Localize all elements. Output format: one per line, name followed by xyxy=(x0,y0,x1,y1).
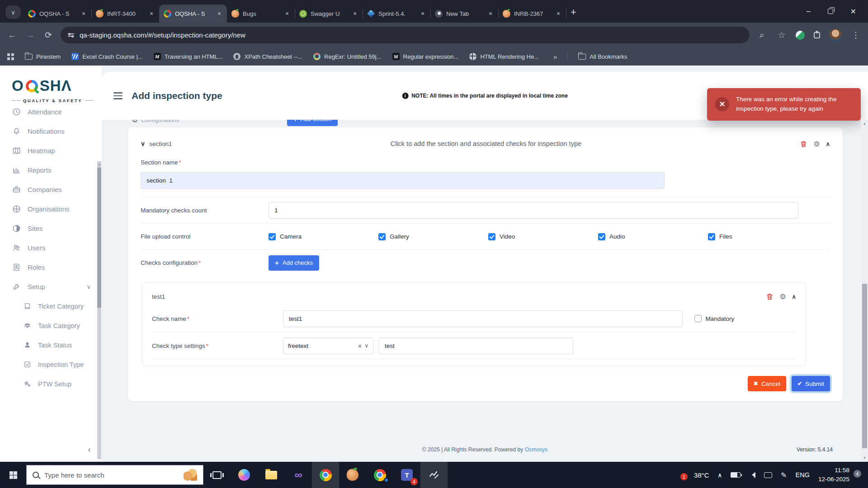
bookmark-item[interactable]: Excel Crash Course |... xyxy=(71,53,142,60)
mandatory-count-input[interactable] xyxy=(269,202,798,219)
teams-button[interactable]: 4 xyxy=(393,462,420,488)
sidebar-item-companies[interactable]: Companies xyxy=(0,180,102,199)
sidebar-collapse-icon[interactable]: ‹ xyxy=(88,444,91,455)
scroll-up-icon[interactable]: ▲ xyxy=(861,122,868,126)
chevron-up-icon[interactable]: ∧ xyxy=(826,141,830,147)
unchecked-checkbox-icon[interactable] xyxy=(694,315,702,322)
sidebar-item-asset-type[interactable]: Asset Type xyxy=(0,394,102,398)
pinestem-app-button[interactable] xyxy=(339,462,366,488)
submit-button[interactable]: ✔ Submit xyxy=(792,376,830,391)
browser-tab[interactable]: INRT-3400 × xyxy=(91,5,159,23)
sidebar-item-organisations[interactable]: Organisations xyxy=(0,199,102,219)
check-name-input[interactable] xyxy=(283,310,683,327)
browser-tab[interactable]: OQSHA - S × xyxy=(24,5,91,23)
scrollbar-thumb[interactable] xyxy=(862,284,867,448)
clock[interactable]: 11:58 12-06-2025 xyxy=(818,466,849,483)
cancel-button[interactable]: ✖ Cancel xyxy=(748,376,786,391)
hidden-icons-chevron[interactable]: ∧ xyxy=(718,472,722,479)
sidebar-item-ticket-category[interactable]: Ticket Category xyxy=(0,296,102,316)
scrollbar-thumb[interactable] xyxy=(97,168,101,308)
tab-close-icon[interactable]: × xyxy=(80,9,88,18)
bookmark-item[interactable]: XPath Cheatsheet --... xyxy=(233,53,302,60)
search-highlight-icon[interactable] xyxy=(184,469,197,481)
bookmark-item[interactable]: HTML Rendering He... xyxy=(469,53,539,60)
activity-app-button[interactable] xyxy=(420,462,448,488)
add-checks-button[interactable]: Add checks xyxy=(269,255,319,271)
bookmark-item[interactable]: Pinestem xyxy=(25,53,61,60)
restore-icon[interactable] xyxy=(828,9,833,14)
mandatory-checkbox[interactable]: Mandatory xyxy=(694,315,735,322)
check-type-value-input[interactable] xyxy=(379,338,573,354)
bookmark-star-icon[interactable]: ☆ xyxy=(776,30,788,40)
forward-icon[interactable]: → xyxy=(24,30,36,40)
reload-icon[interactable]: ⟳ xyxy=(42,30,54,40)
trash-icon[interactable] xyxy=(766,293,774,300)
tab-close-icon[interactable]: × xyxy=(147,9,156,18)
browser-tab[interactable]: INRB-2367 × xyxy=(498,5,566,23)
browser-tab-active[interactable]: OQSHA - S × xyxy=(159,5,227,23)
sidebar-item-task-category[interactable]: Task Category xyxy=(0,316,102,335)
minimize-icon[interactable]: – xyxy=(807,7,811,15)
check-type-select[interactable]: freetext × ∨ xyxy=(283,338,373,354)
tab-close-icon[interactable]: × xyxy=(283,9,291,18)
bookmark-item[interactable]: RegExr: Untitled 59j... xyxy=(313,53,381,60)
extension-badge-icon[interactable] xyxy=(796,31,805,40)
gear-icon[interactable]: ⚙ xyxy=(779,292,786,301)
start-button[interactable] xyxy=(0,462,26,488)
checkbox-video[interactable]: Video xyxy=(488,233,598,240)
volume-icon[interactable] xyxy=(749,472,755,478)
sidebar-scrollbar[interactable]: ▲ xyxy=(97,161,101,459)
visual-studio-button[interactable]: ∞ xyxy=(285,462,312,488)
sidebar-item-task-status[interactable]: Task Status xyxy=(0,335,102,355)
address-bar[interactable]: qa-staging.oqsha.com/#/setup/inspection-… xyxy=(61,27,750,43)
section-name-input[interactable] xyxy=(141,172,665,189)
checkbox-files[interactable]: Files xyxy=(708,233,818,240)
sidebar-item-setup[interactable]: Setup ∨ xyxy=(0,277,102,296)
checked-checkbox-icon[interactable] xyxy=(378,233,386,240)
browser-tab[interactable]: Sprint-5.4. × xyxy=(363,5,430,23)
file-explorer-button[interactable] xyxy=(258,462,285,488)
osmosys-link[interactable]: Osmosys xyxy=(525,446,547,453)
tab-close-icon[interactable]: × xyxy=(554,9,562,18)
add-section-button[interactable]: Add section xyxy=(287,120,338,126)
profile-avatar[interactable] xyxy=(829,29,842,42)
sidebar-item-sites[interactable]: Sites xyxy=(0,219,102,238)
close-icon[interactable]: ✕ xyxy=(850,7,856,16)
scroll-down-icon[interactable]: ▼ xyxy=(861,456,868,460)
checked-checkbox-icon[interactable] xyxy=(598,233,605,240)
checkbox-camera[interactable]: Camera xyxy=(269,233,378,240)
browser-tab[interactable]: Bugs × xyxy=(227,5,295,23)
tab-close-icon[interactable]: × xyxy=(486,9,495,18)
copilot-button[interactable] xyxy=(231,462,258,488)
all-bookmarks[interactable]: All Bookmarks xyxy=(578,53,627,60)
tab-close-icon[interactable]: × xyxy=(351,9,359,18)
bookmark-item[interactable]: Traversing an HTML... xyxy=(154,53,223,60)
task-view-button[interactable] xyxy=(203,462,231,488)
chevron-up-icon[interactable]: ∧ xyxy=(792,293,796,300)
site-settings-icon[interactable] xyxy=(68,33,74,37)
cast-icon[interactable] xyxy=(764,472,772,478)
chrome-profile-button[interactable] xyxy=(366,462,393,488)
chevron-down-icon[interactable]: ∨ xyxy=(141,140,145,147)
new-tab-button[interactable]: + xyxy=(571,6,576,18)
apps-grid-icon[interactable] xyxy=(7,53,14,60)
menu-kebab-icon[interactable]: ⋮ xyxy=(850,30,862,40)
sidebar-item-users[interactable]: Users xyxy=(0,238,102,258)
sidebar-item-ptw-setup[interactable]: PTW Setup xyxy=(0,374,102,394)
sidebar-item-inspection-type[interactable]: Inspection Type xyxy=(0,355,102,374)
page-scrollbar[interactable]: ▲ ▼ xyxy=(861,120,868,462)
browser-tab[interactable]: Swagger U × xyxy=(295,5,363,23)
sidebar-item-roles[interactable]: Roles xyxy=(0,258,102,277)
sidebar-item-reports[interactable]: Reports xyxy=(0,160,102,180)
checkbox-gallery[interactable]: Gallery xyxy=(378,233,488,240)
gear-icon[interactable]: ⚙ xyxy=(813,140,820,148)
bookmark-item[interactable]: Regular expression... xyxy=(392,53,459,60)
sidebar-item-attendance[interactable]: Attendance xyxy=(0,108,102,122)
tab-close-icon[interactable]: × xyxy=(419,9,427,18)
bookmarks-overflow-icon[interactable]: » xyxy=(553,53,556,61)
clear-select-icon[interactable]: × xyxy=(358,342,362,350)
trash-icon[interactable] xyxy=(800,140,807,148)
tab-search-button[interactable]: ∨ xyxy=(5,5,21,19)
taskbar-search[interactable]: Type here to search xyxy=(26,465,203,485)
error-toast[interactable]: ✕ There was an error while creating the … xyxy=(707,88,861,121)
